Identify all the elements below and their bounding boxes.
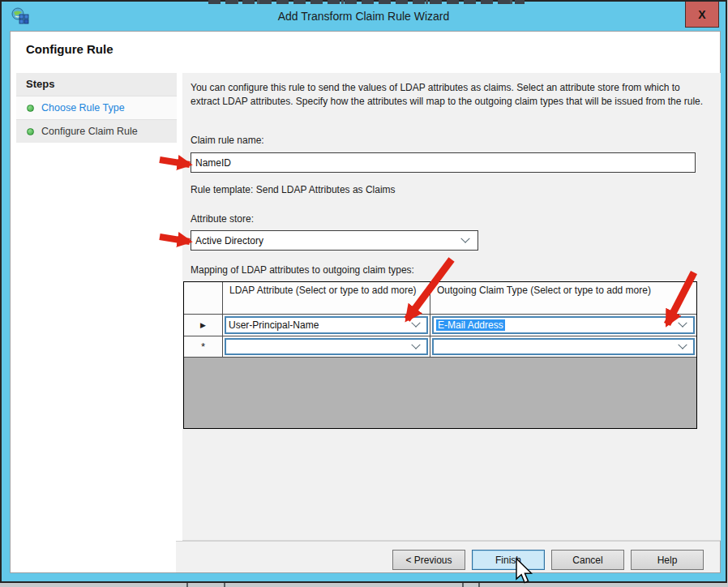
new-row-asterisk-icon: * bbox=[201, 341, 205, 353]
finish-button[interactable]: Finish bbox=[472, 550, 545, 570]
previous-button[interactable]: < Previous bbox=[392, 550, 465, 570]
attribute-store-dropdown[interactable]: Active Directory bbox=[191, 230, 478, 251]
occluded-background-text-fragment bbox=[208, 0, 525, 4]
window-title: Add Transform Claim Rule Wizard bbox=[2, 10, 726, 23]
mapping-grid: LDAP Attribute (Select or type to add mo… bbox=[183, 281, 697, 429]
screenshot-stage: Add Transform Claim Rule Wizard X Config… bbox=[0, 0, 728, 587]
grid-header-row: LDAP Attribute (Select or type to add mo… bbox=[184, 282, 696, 315]
mapping-label: Mapping of LDAP attributes to outgoing c… bbox=[191, 264, 414, 276]
row-selector-cell[interactable]: ▶ bbox=[184, 315, 223, 336]
configure-claim-rule-panel: You can configure this rule to send the … bbox=[182, 73, 721, 541]
background-divider bbox=[186, 583, 188, 587]
chevron-down-icon bbox=[411, 319, 420, 328]
ldap-attribute-dropdown[interactable] bbox=[225, 338, 428, 355]
sidebar-item-choose-rule-type[interactable]: Choose Rule Type bbox=[16, 96, 177, 119]
outgoing-claim-type-dropdown[interactable] bbox=[432, 338, 695, 355]
row-selector-header bbox=[184, 282, 223, 314]
chevron-down-icon bbox=[678, 319, 687, 328]
outgoing-claim-type-dropdown[interactable]: E-Mail Address bbox=[432, 316, 695, 334]
background-divider bbox=[478, 583, 480, 587]
background-divider bbox=[462, 583, 464, 587]
wizard-window: Add Transform Claim Rule Wizard X Config… bbox=[0, 0, 727, 583]
chevron-down-icon bbox=[460, 234, 469, 242]
chevron-down-icon bbox=[411, 340, 420, 349]
sidebar-item-label: Configure Claim Rule bbox=[41, 126, 138, 137]
wizard-client-area: Configure Rule Steps Choose Rule Type Co… bbox=[10, 31, 721, 573]
outgoing-claim-type-cell: E-Mail Address bbox=[430, 315, 696, 336]
desktop-edge-strip bbox=[0, 583, 728, 587]
table-row: ▶ User-Principal-Name E-Mail Address bbox=[184, 315, 696, 336]
ldap-attribute-column-header: LDAP Attribute (Select or type to add mo… bbox=[223, 282, 430, 314]
claim-rule-name-label: Claim rule name: bbox=[191, 135, 264, 146]
rule-description: You can configure this rule to send the … bbox=[191, 81, 706, 109]
cancel-button[interactable]: Cancel bbox=[551, 550, 624, 570]
ldap-attribute-cell bbox=[223, 336, 430, 357]
sidebar-item-label: Choose Rule Type bbox=[41, 102, 125, 114]
claim-rule-name-input[interactable] bbox=[191, 152, 696, 173]
green-dot-icon bbox=[27, 128, 34, 135]
ldap-attribute-cell: User-Principal-Name bbox=[223, 315, 430, 336]
rule-template-text: Rule template: Send LDAP Attributes as C… bbox=[191, 184, 396, 195]
adfs-wizard-icon bbox=[11, 7, 29, 25]
chevron-down-icon bbox=[678, 340, 687, 349]
outgoing-claim-type-cell bbox=[430, 336, 696, 357]
attribute-store-label: Attribute store: bbox=[191, 213, 254, 225]
close-button[interactable]: X bbox=[685, 2, 719, 28]
row-selector-cell[interactable]: * bbox=[184, 336, 223, 357]
ldap-attribute-value: User-Principal-Name bbox=[229, 319, 319, 331]
ldap-attribute-dropdown[interactable]: User-Principal-Name bbox=[225, 316, 428, 334]
attribute-store-value: Active Directory bbox=[195, 235, 263, 246]
outgoing-claim-type-value: E-Mail Address bbox=[436, 319, 505, 331]
steps-heading: Steps bbox=[16, 73, 177, 96]
help-button[interactable]: Help bbox=[631, 550, 704, 570]
sidebar-item-configure-claim-rule[interactable]: Configure Claim Rule bbox=[16, 119, 177, 143]
background-divider bbox=[224, 583, 225, 587]
titlebar[interactable]: Add Transform Claim Rule Wizard X bbox=[2, 2, 726, 31]
outgoing-claim-type-column-header: Outgoing Claim Type (Select or type to a… bbox=[430, 282, 696, 314]
steps-panel: Steps Choose Rule Type Configure Claim R… bbox=[16, 73, 177, 143]
green-dot-icon bbox=[27, 105, 34, 112]
page-title: Configure Rule bbox=[26, 42, 113, 56]
table-row: * bbox=[184, 336, 696, 358]
current-row-arrow-icon: ▶ bbox=[200, 321, 206, 329]
wizard-footer: < Previous Finish Cancel Help bbox=[176, 541, 720, 572]
